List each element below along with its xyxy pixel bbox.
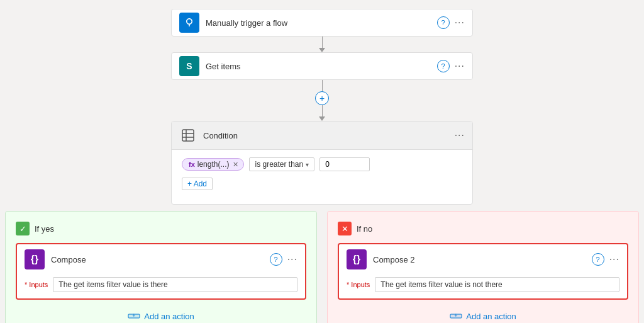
condition-row: fx length(...) ✕ is greater than ▾ — [182, 157, 462, 171]
branch-yes: ✓ If yes {} Compose ? ··· — [5, 211, 317, 323]
trigger-actions: ? ··· — [437, 16, 465, 29]
compose-yes-field-label: Inputs — [25, 281, 48, 288]
arrow-line-2 — [322, 80, 323, 91]
add-row: + Add — [182, 178, 462, 190]
add-action-icon: + — [128, 310, 140, 322]
svg-rect-0 — [182, 130, 194, 141]
compose-no-actions: ? ··· — [592, 253, 619, 266]
operator-select[interactable]: is greater than ▾ — [249, 157, 314, 171]
arrow-line-3 — [322, 105, 323, 116]
compose-no-body: Inputs — [339, 275, 627, 298]
add-action-no-label: Add an action — [466, 312, 516, 321]
add-action-yes-label: Add an action — [144, 312, 194, 321]
add-step-btn[interactable]: + — [315, 91, 329, 105]
arrow-head-1 — [319, 48, 325, 52]
compose-no-menu-btn[interactable]: ··· — [609, 254, 619, 265]
compose-yes-input[interactable] — [53, 277, 297, 292]
get-items-actions: ? ··· — [437, 60, 465, 72]
condition-title: Condition — [203, 131, 448, 140]
flow-top-section: Manually trigger a flow ? ··· S Get item… — [0, 0, 644, 205]
get-items-title: Get items — [206, 62, 431, 71]
branches-section: ✓ If yes {} Compose ? ··· — [0, 205, 644, 323]
compose-yes-title: Compose — [51, 255, 264, 264]
add-action-no-btn[interactable]: + Add an action — [338, 310, 628, 322]
compose-no-title: Compose 2 — [373, 255, 586, 264]
add-action-yes-btn[interactable]: + Add an action — [16, 310, 306, 322]
branch-no: ✕ If no {} Compose 2 ? ··· — [327, 211, 639, 323]
condition-value-input[interactable] — [319, 157, 370, 171]
get-items-card[interactable]: S Get items ? ··· — [171, 52, 473, 80]
condition-card: Condition ··· fx length(...) ✕ is greate… — [171, 121, 473, 205]
compose-yes-header: {} Compose ? ··· — [17, 244, 305, 275]
add-action-no-icon: + — [450, 310, 462, 322]
compose-no-field: Inputs — [347, 277, 619, 292]
length-token[interactable]: fx length(...) ✕ — [182, 158, 244, 171]
flow-canvas: Manually trigger a flow ? ··· S Get item… — [0, 0, 644, 323]
get-items-menu-btn[interactable]: ··· — [455, 60, 465, 72]
svg-text:+: + — [133, 312, 136, 319]
trigger-icon — [179, 13, 199, 33]
branch-yes-label: If yes — [35, 224, 54, 234]
branch-yes-header: ✓ If yes — [16, 222, 306, 235]
arrow-head-2 — [319, 116, 325, 121]
condition-actions: ··· — [455, 130, 465, 141]
condition-menu-btn[interactable]: ··· — [455, 130, 465, 141]
compose-no-card: {} Compose 2 ? ··· Inputs — [338, 243, 628, 300]
compose-yes-field: Inputs — [25, 277, 297, 292]
fx-icon: fx — [189, 161, 195, 168]
compose-yes-actions: ? ··· — [270, 253, 297, 266]
condition-header: Condition ··· — [172, 122, 472, 150]
condition-icon — [179, 127, 197, 144]
compose-yes-card: {} Compose ? ··· Inputs — [16, 243, 306, 300]
trigger-title: Manually trigger a flow — [206, 18, 431, 28]
trigger-help-btn[interactable]: ? — [437, 16, 450, 29]
compose-yes-icon: {} — [25, 249, 45, 269]
compose-yes-help-btn[interactable]: ? — [270, 253, 282, 266]
compose-yes-menu-btn[interactable]: ··· — [287, 254, 297, 265]
token-label: length(...) — [197, 160, 230, 169]
token-close-btn[interactable]: ✕ — [233, 161, 238, 169]
no-x-icon: ✕ — [338, 222, 352, 235]
compose-yes-body: Inputs — [17, 275, 305, 298]
operator-label: is greater than — [255, 160, 303, 169]
compose-no-header: {} Compose 2 ? ··· — [339, 244, 627, 275]
compose-no-input[interactable] — [375, 277, 619, 292]
chevron-down-icon: ▾ — [306, 161, 309, 168]
branch-no-label: If no — [357, 224, 372, 234]
get-items-help-btn[interactable]: ? — [437, 60, 450, 72]
trigger-card[interactable]: Manually trigger a flow ? ··· — [171, 9, 473, 37]
add-condition-btn[interactable]: + Add — [182, 178, 213, 190]
plus-connector: + — [315, 80, 329, 121]
compose-no-field-label: Inputs — [347, 281, 370, 288]
arrow-line-1 — [322, 37, 323, 48]
yes-check-icon: ✓ — [16, 222, 30, 235]
condition-body: fx length(...) ✕ is greater than ▾ + Add — [172, 150, 472, 204]
get-items-icon: S — [179, 56, 199, 76]
trigger-menu-btn[interactable]: ··· — [455, 17, 465, 28]
connector-1 — [319, 37, 325, 52]
compose-no-icon: {} — [347, 249, 367, 269]
compose-no-help-btn[interactable]: ? — [592, 253, 604, 266]
svg-text:+: + — [455, 312, 458, 319]
branch-no-header: ✕ If no — [338, 222, 628, 235]
